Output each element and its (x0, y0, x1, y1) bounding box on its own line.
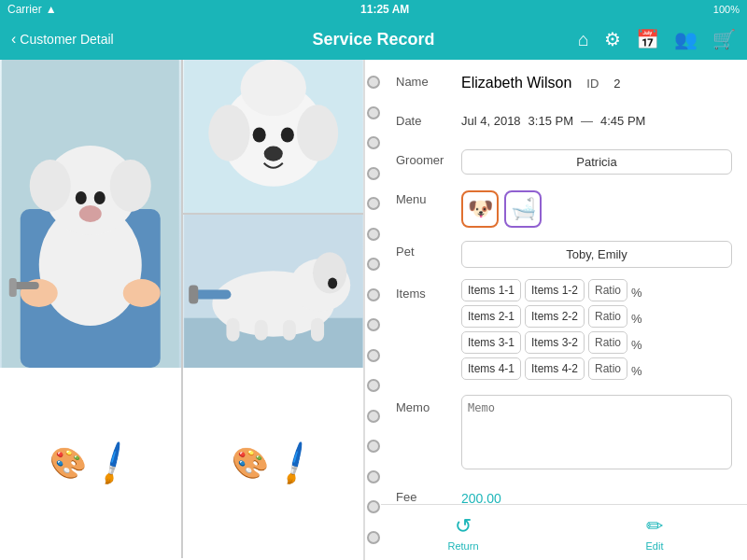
nav-title: Service Record (312, 30, 434, 49)
nav-icons: ⌂ ⚙ 📅 👥 🛒 (578, 28, 736, 50)
item-ratio-2[interactable]: Ratio (588, 305, 627, 328)
item-percent-4: % (631, 360, 642, 378)
svg-rect-28 (254, 320, 267, 341)
item-col1-4[interactable]: Items 4-1 (461, 357, 521, 380)
spiral-ring (367, 531, 380, 544)
status-bar-time: 11:25 AM (360, 3, 409, 16)
cart-icon[interactable]: 🛒 (712, 28, 736, 50)
spiral-ring (367, 197, 380, 210)
spiral-ring (367, 106, 380, 119)
photo-top-right[interactable] (183, 60, 364, 213)
item-col1-1[interactable]: Items 1-1 (461, 279, 521, 301)
nav-bar: ‹ Customer Detail Service Record ⌂ ⚙ 📅 👥… (0, 19, 747, 60)
item-ratio-1[interactable]: Ratio (588, 279, 627, 301)
people-icon[interactable]: 👥 (674, 28, 698, 50)
spiral-ring (367, 410, 380, 423)
edit-label: Edit (646, 540, 664, 552)
item-col2-3[interactable]: Items 3-2 (525, 331, 585, 354)
palette-icon-1: 🎨 (49, 445, 87, 481)
items-row-2: Items 2-1Items 2-2Ratio% (461, 305, 732, 328)
name-id-row: Elizabeth Wilson ID 2 (461, 69, 621, 91)
spiral-ring (367, 440, 380, 453)
menu-icon-dog[interactable]: 🐶 (461, 190, 499, 228)
svg-rect-31 (193, 289, 231, 299)
spiral-ring (367, 470, 380, 483)
groomer-row: Groomer Patricia (396, 147, 732, 175)
edit-tab[interactable]: ✏ Edit (646, 514, 664, 552)
customer-name: Elizabeth Wilson (461, 75, 571, 91)
items-row: Items Items 1-1Items 1-2Ratio%Items 2-1I… (396, 279, 732, 384)
right-panel: Name Elizabeth Wilson ID 2 Date Jul 4, 2… (364, 60, 747, 560)
bottom-photo-right[interactable]: 🎨 🖌️ (183, 368, 364, 558)
settings-icon[interactable]: ⚙ (604, 28, 621, 50)
memo-label: Memo (396, 395, 461, 414)
name-label: Name (396, 69, 461, 89)
items-row-4: Items 4-1Items 4-2Ratio% (461, 357, 732, 380)
svg-point-8 (79, 205, 102, 222)
spiral-ring (367, 258, 380, 271)
memo-input[interactable] (461, 395, 732, 469)
brush-icon-2: 🖌️ (270, 439, 320, 488)
svg-rect-12 (9, 278, 17, 297)
svg-rect-27 (226, 318, 239, 342)
item-ratio-4[interactable]: Ratio (588, 357, 627, 380)
back-button[interactable]: ‹ Customer Detail (11, 31, 114, 48)
id-value: 2 (613, 77, 620, 91)
pet-label: Pet (396, 239, 461, 259)
svg-point-6 (76, 191, 87, 204)
pet-value[interactable]: Toby, Emily (461, 241, 732, 268)
edit-icon: ✏ (646, 514, 663, 539)
item-col2-2[interactable]: Items 2-2 (525, 305, 585, 328)
fee-label: Fee (396, 484, 461, 504)
menu-icon-bath[interactable]: 🛁 (504, 190, 542, 228)
photo-bottom-right[interactable] (183, 215, 364, 368)
photo-grid (0, 60, 363, 368)
name-row: Name Elizabeth Wilson ID 2 (396, 69, 732, 97)
return-tab[interactable]: ↺ Return (448, 514, 479, 552)
home-icon[interactable]: ⌂ (578, 29, 589, 50)
calendar-icon[interactable]: 📅 (636, 28, 659, 50)
tab-bar: ↺ Return ✏ Edit (364, 504, 747, 560)
spiral-ring (367, 288, 380, 301)
svg-point-4 (30, 160, 71, 212)
svg-rect-30 (310, 318, 323, 342)
item-percent-1: % (631, 282, 642, 300)
item-ratio-3[interactable]: Ratio (588, 331, 627, 354)
item-col2-4[interactable]: Items 4-2 (525, 357, 585, 380)
spiral-binding (364, 60, 381, 560)
item-col1-2[interactable]: Items 2-1 (461, 305, 521, 328)
palette-icon-2: 🎨 (232, 445, 269, 481)
spiral-ring (367, 318, 380, 331)
brush-icon-1: 🖌️ (88, 439, 138, 488)
spiral-ring (367, 379, 380, 392)
item-percent-2: % (631, 308, 642, 326)
carrier-label: Carrier (7, 3, 42, 16)
content-area: Name Elizabeth Wilson ID 2 Date Jul 4, 2… (381, 60, 747, 560)
menu-label: Menu (396, 187, 461, 206)
bottom-photos: 🎨 🖌️ 🎨 🖌️ (0, 368, 363, 558)
groomer-value[interactable]: Patricia (461, 149, 732, 175)
chevron-left-icon: ‹ (11, 31, 16, 48)
photo-main[interactable] (0, 60, 181, 368)
bottom-photo-left[interactable]: 🎨 🖌️ (0, 368, 181, 558)
svg-point-18 (252, 127, 265, 142)
status-bar: Carrier ▲ 11:25 AM 100% (0, 0, 747, 19)
time-start: 3:15 PM (529, 114, 573, 128)
menu-row: Menu 🐶 🛁 (396, 187, 732, 228)
spiral-ring (367, 76, 380, 89)
item-col2-1[interactable]: Items 1-2 (525, 279, 585, 301)
main-layout: 🎨 🖌️ 🎨 🖌️ Name Elizabeth Wilson ID 2 (0, 60, 747, 560)
wifi-icon: ▲ (46, 3, 57, 16)
svg-point-10 (123, 279, 161, 307)
datetime-row: Jul 4, 2018 3:15 PM — 4:45 PM (461, 108, 645, 128)
item-percent-3: % (631, 334, 642, 352)
pet-row: Pet Toby, Emily (396, 239, 732, 268)
svg-point-16 (208, 105, 249, 161)
id-label: ID (586, 77, 599, 91)
spiral-ring (367, 136, 380, 149)
spiral-ring (367, 500, 380, 513)
status-bar-battery: 100% (713, 4, 740, 15)
svg-point-20 (263, 147, 282, 161)
item-col1-3[interactable]: Items 3-1 (461, 331, 521, 354)
left-panel: 🎨 🖌️ 🎨 🖌️ (0, 60, 364, 560)
